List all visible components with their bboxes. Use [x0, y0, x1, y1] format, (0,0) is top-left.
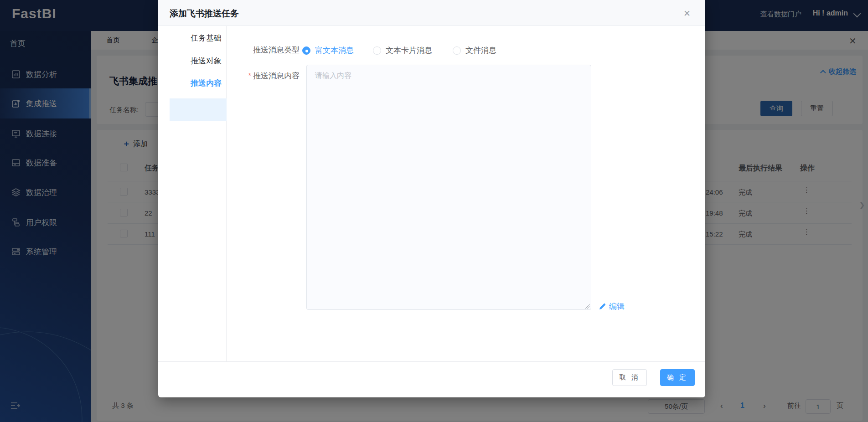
resize-handle[interactable]	[584, 303, 590, 309]
divider	[158, 361, 705, 362]
dialog-tab-task-basic[interactable]: 任务基础	[191, 31, 222, 45]
message-content-label-text: 推送消息内容	[253, 72, 300, 80]
textarea-placeholder: 请输入内容	[315, 71, 351, 81]
radio-rich-text-message[interactable]: 富文本消息	[302, 45, 354, 56]
app-root: FastBI 查看数据门户 Hi ! admin 首页 数据分析 集成推送 数据…	[0, 0, 868, 422]
edit-link-label: 编辑	[609, 301, 625, 312]
message-content-textarea[interactable]: 请输入内容	[306, 65, 591, 310]
radio-text-card-message[interactable]: 文本卡片消息	[373, 45, 432, 56]
radio-unchecked-icon	[373, 46, 381, 55]
radio-label: 文件消息	[465, 45, 496, 56]
radio-label: 富文本消息	[315, 45, 354, 56]
dialog-side-tabs: 任务基础 推送对象 推送内容	[158, 26, 227, 361]
dialog-tab-push-content[interactable]: 推送内容	[191, 77, 222, 90]
required-asterisk: *	[248, 72, 251, 80]
edit-content-link[interactable]: 编辑	[599, 301, 625, 312]
radio-file-message[interactable]: 文件消息	[453, 45, 496, 56]
radio-unchecked-icon	[453, 46, 461, 55]
dialog-title: 添加飞书推送任务	[170, 8, 239, 20]
dialog-close-icon[interactable]: ✕	[683, 8, 691, 19]
cancel-button[interactable]: 取 消	[612, 369, 647, 386]
active-tab-highlight	[170, 98, 227, 121]
radio-checked-icon	[302, 46, 310, 55]
confirm-button[interactable]: 确 定	[660, 369, 695, 386]
dialog-tab-push-target[interactable]: 推送对象	[191, 54, 222, 68]
radio-label: 文本卡片消息	[386, 45, 432, 56]
dialog-header: 添加飞书推送任务 ✕	[158, 0, 705, 26]
pencil-icon	[599, 303, 606, 310]
message-type-label: 推送消息类型	[217, 45, 300, 55]
message-content-label: *推送消息内容	[217, 71, 300, 81]
add-feishu-push-task-dialog: 添加飞书推送任务 ✕ 任务基础 推送对象 推送内容 推送消息类型 富文本消息 文…	[158, 0, 705, 397]
